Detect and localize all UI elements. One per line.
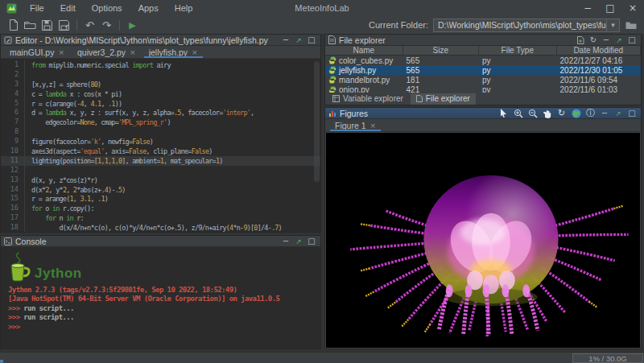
panel-float-icon[interactable]: ↗ — [293, 35, 304, 45]
globe-icon[interactable] — [570, 108, 582, 118]
close-button[interactable]: × — [621, 0, 644, 16]
figure-tab[interactable]: Figure 1 × — [328, 119, 382, 131]
code-line[interactable]: 1from mipylib.numeric.special import air… — [1, 60, 320, 70]
code-line[interactable]: 14d(x*2, y*2, 2*abs(z+.4)-.5) — [1, 185, 320, 195]
panel-minimize-icon[interactable]: − — [280, 237, 291, 246]
code-line[interactable]: 4c = lambda x : cos(x * pi) — [1, 89, 320, 99]
code-line[interactable]: 16for o in r.copy(): — [1, 204, 320, 213]
jellyfish-tentacle-base — [502, 284, 509, 297]
code-line[interactable]: 3[x,y,z] = sphere(80) — [1, 80, 320, 89]
maximize-button[interactable]: □ — [599, 0, 621, 16]
console-output[interactable]: Jython Jython 2.7.3 (tags/v2.7.3:5f29801… — [1, 247, 320, 349]
explorer-tab-file-explorer[interactable]: File explorer — [411, 93, 476, 105]
editor-tab[interactable]: quiver3_2.py× — [71, 46, 142, 58]
line-number: 13 — [1, 175, 25, 185]
minimize-button[interactable]: − — [576, 0, 599, 16]
rotate-icon[interactable]: ↻ — [555, 108, 568, 118]
resize-grip[interactable] — [0, 360, 3, 363]
meteoinfolab-window: { "window": { "title": "MeteoInfoLab", "… — [0, 0, 644, 363]
open-file-icon[interactable] — [22, 18, 39, 32]
code-line[interactable]: 17 for n in r: — [1, 213, 320, 223]
code-line[interactable]: 7 edgecolor=None, cmap='MPL_spring_r') — [1, 118, 320, 127]
menu-bar: FileEditOptionsAppsHelp — [22, 2, 200, 14]
panel-float-icon[interactable]: ↗ — [293, 237, 304, 246]
jellyfish-tentacle — [551, 208, 613, 226]
panel-minimize-icon[interactable]: − — [601, 35, 612, 45]
editor-tab[interactable]: mainGUI.py× — [3, 46, 71, 58]
run-script-button[interactable]: ▶ — [124, 18, 141, 32]
menu-item-file[interactable]: File — [22, 2, 52, 14]
new-file-icon[interactable] — [575, 35, 586, 45]
code-line[interactable]: 18 d(x/4/n+n*c(o), c(o)*y/4/n+n*c(o+.5),… — [1, 223, 320, 232]
panel-maximize-icon[interactable]: □ — [626, 35, 638, 45]
chevron-down-icon[interactable]: ▾ — [606, 19, 619, 31]
console-panel: Console − ↗ □ Jython Jython 2.7.3 (tags/… — [0, 235, 321, 349]
identify-icon[interactable]: ⓘ — [584, 108, 597, 118]
code-line[interactable]: 11lighting(position=[1,1,1,0], ambient=1… — [1, 156, 320, 166]
close-icon[interactable]: × — [130, 48, 136, 56]
new-file-icon[interactable] — [5, 18, 22, 32]
file-row[interactable]: color_cubes.py565py2022/12/27 04:16 — [325, 56, 641, 65]
file-explorer-panel-title[interactable]: File explorer ↻ − ↗ □ — [325, 35, 641, 46]
close-icon[interactable]: × — [192, 48, 198, 56]
explorer-tab-variable-explorer[interactable]: Variable explorer — [327, 93, 409, 105]
refresh-icon[interactable]: ↻ — [588, 35, 599, 45]
editor-tab[interactable]: jellyfish.py× — [142, 46, 204, 58]
browse-folder-button[interactable] — [623, 18, 639, 32]
panel-float-icon[interactable]: ↗ — [613, 35, 625, 45]
menu-item-help[interactable]: Help — [167, 2, 201, 14]
file-size: 181 — [403, 76, 480, 85]
code-line[interactable]: 2 — [1, 70, 320, 80]
close-icon[interactable]: × — [58, 48, 64, 56]
figures-panel-title[interactable]: Figures ↻ ⓘ − ↗ — [325, 108, 641, 119]
zoom-in-icon[interactable] — [512, 108, 524, 118]
file-row[interactable]: mandelbrot.py181py2022/11/6 09:54 — [325, 75, 641, 85]
redo-icon[interactable]: ↷ — [98, 18, 115, 32]
pan-hand-icon[interactable] — [541, 108, 553, 118]
undo-icon[interactable]: ↶ — [81, 18, 98, 32]
file-row[interactable]: jellyfish.py565py2022/12/30 01:05 — [325, 65, 641, 75]
column-header-file-type[interactable]: File Type — [479, 46, 557, 55]
panel-maximize-icon[interactable]: □ — [626, 109, 638, 118]
save-icon[interactable] — [39, 18, 56, 32]
menu-item-edit[interactable]: Edit — [52, 2, 84, 14]
code-line[interactable]: 10axes3d(aspect='equal', axis=False, cli… — [1, 146, 320, 156]
code-text: d(x*2, y*2, 2*abs(z+.4)-.5) — [25, 186, 126, 194]
file-name: jellyfish.py — [339, 66, 376, 75]
panel-float-icon[interactable]: ↗ — [613, 109, 624, 118]
menu-item-apps[interactable]: Apps — [130, 2, 167, 14]
code-line[interactable]: 5r = c(arange(-4, 4.1, .1)) — [1, 99, 320, 109]
column-header-size[interactable]: Size — [403, 46, 480, 55]
code-line[interactable]: 12 — [1, 166, 320, 175]
code-line[interactable]: 15r = arange(1, 3.1, .1) — [1, 194, 320, 204]
panel-minimize-icon[interactable]: − — [280, 35, 291, 45]
select-cursor-icon[interactable] — [497, 108, 510, 118]
memory-indicator[interactable]: 1% / 30.0G — [572, 353, 643, 363]
menu-item-options[interactable]: Options — [84, 2, 130, 14]
python-file-icon — [328, 86, 336, 93]
code-line[interactable]: 6d = lambda x, y, z : surf(x, y, z, alph… — [1, 108, 320, 118]
save-as-icon[interactable] — [56, 18, 72, 32]
column-header-date-modified[interactable]: Date Modified — [557, 46, 641, 55]
file-table-header[interactable]: NameSizeFile TypeDate Modified — [325, 46, 641, 56]
panel-minimize-icon[interactable]: − — [599, 109, 610, 118]
file-table-body: color_cubes.py565py2022/12/27 04:16jelly… — [325, 56, 641, 93]
panel-maximize-icon[interactable]: □ — [306, 35, 317, 45]
code-text: lighting(position=[1,1,1,0], ambient=1, … — [25, 157, 223, 165]
code-line[interactable]: 13d(x, y, z*cos(z)*r) — [1, 175, 320, 185]
file-row[interactable]: onion.py421py2022/11/6 01:03 — [325, 85, 641, 93]
editor-panel-title[interactable]: Editor - D:\Working\MIScript\Jython\mis\… — [1, 35, 320, 46]
code-line[interactable]: 8 — [1, 127, 320, 137]
close-icon[interactable]: × — [370, 122, 377, 130]
panel-maximize-icon[interactable]: □ — [306, 237, 317, 246]
figure-canvas[interactable] — [326, 133, 640, 348]
editor-scrollbar[interactable] — [314, 61, 320, 182]
column-header-name[interactable]: Name — [325, 46, 403, 55]
zoom-out-icon[interactable] — [526, 108, 539, 118]
current-folder-input[interactable]: D:\Working\MIScript\Jython\mis\plot_type… — [433, 19, 620, 32]
title-bar[interactable]: FileEditOptionsAppsHelp MeteoInfoLab − □… — [0, 0, 644, 16]
console-panel-title[interactable]: Console − ↗ □ — [1, 236, 320, 247]
code-line[interactable]: 9figure(facecolor='k', newfig=False) — [1, 137, 320, 146]
code-editor[interactable]: 1from mipylib.numeric.special import air… — [1, 59, 320, 232]
figures-title-text: Figures — [340, 109, 368, 118]
